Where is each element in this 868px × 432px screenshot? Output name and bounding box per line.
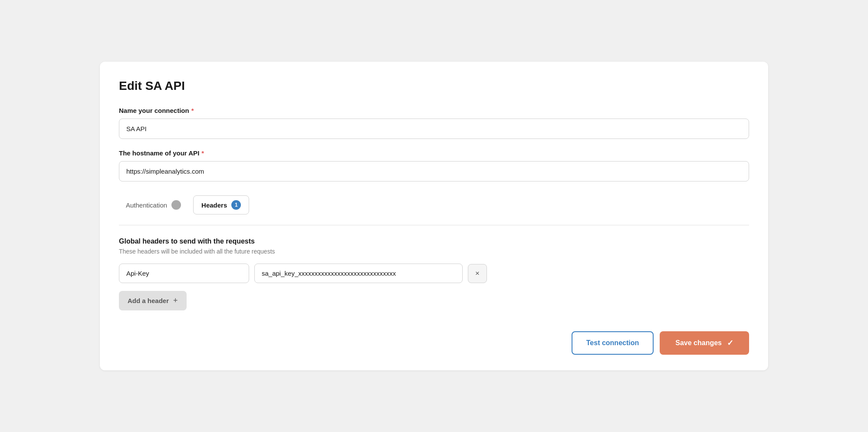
header-row: × xyxy=(119,264,749,283)
tab-headers[interactable]: Headers 1 xyxy=(193,195,249,214)
edit-api-card: Edit SA API Name your connection * The h… xyxy=(100,62,768,370)
header-key-input[interactable] xyxy=(119,264,249,283)
section-title: Global headers to send with the requests xyxy=(119,237,749,245)
header-value-input[interactable] xyxy=(254,264,463,283)
tab-authentication[interactable]: Authentication xyxy=(119,196,188,214)
test-connection-button[interactable]: Test connection xyxy=(572,331,654,355)
add-header-label: Add a header xyxy=(128,297,169,304)
auth-toggle-icon[interactable] xyxy=(171,200,181,210)
save-changes-label: Save changes xyxy=(675,339,722,347)
headers-badge: 1 xyxy=(231,200,241,210)
close-icon: × xyxy=(475,269,480,278)
headers-tab-label: Headers xyxy=(201,201,227,209)
section-subtitle: These headers will be included with all … xyxy=(119,248,749,255)
connection-name-label: Name your connection * xyxy=(119,107,749,114)
delete-header-button[interactable]: × xyxy=(468,264,487,283)
hostname-label: The hostname of your API * xyxy=(119,149,749,157)
page-title: Edit SA API xyxy=(119,79,749,93)
plus-icon: + xyxy=(173,296,178,305)
save-changes-button[interactable]: Save changes ✓ xyxy=(660,331,749,355)
add-header-button[interactable]: Add a header + xyxy=(119,291,187,310)
required-star-name: * xyxy=(191,107,194,114)
global-headers-section: Global headers to send with the requests… xyxy=(119,237,749,310)
checkmark-icon: ✓ xyxy=(727,338,733,348)
required-star-hostname: * xyxy=(201,149,204,157)
auth-tab-label: Authentication xyxy=(126,201,167,209)
hostname-input[interactable] xyxy=(119,161,749,181)
tabs-row: Authentication Headers 1 xyxy=(119,195,749,214)
footer-actions: Test connection Save changes ✓ xyxy=(119,331,749,355)
section-divider xyxy=(119,225,749,225)
connection-name-input[interactable] xyxy=(119,119,749,139)
